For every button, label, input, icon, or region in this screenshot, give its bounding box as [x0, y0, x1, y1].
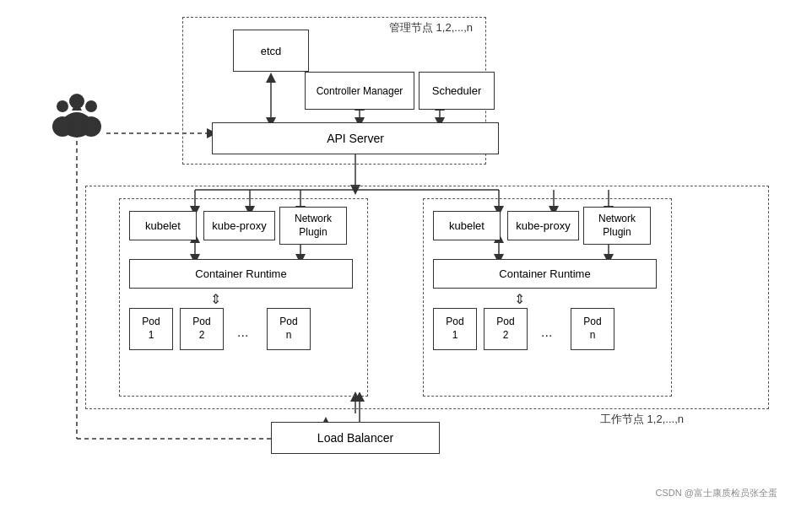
lb-up-arrow — [347, 392, 372, 422]
svg-point-26 — [52, 116, 73, 137]
etcd-box: etcd — [233, 30, 309, 72]
controller-manager-label: Controller Manager — [317, 85, 403, 97]
svg-point-28 — [81, 116, 101, 137]
controller-manager-box: Controller Manager — [305, 72, 414, 110]
api-server-box: API Server — [212, 122, 499, 154]
load-balancer-box: Load Balancer — [271, 422, 440, 454]
svg-point-25 — [57, 100, 68, 112]
worker-nodes-outer-box — [85, 186, 769, 409]
diagram-container: 管理节点 1,2,...,n etcd Controller Manager S… — [0, 0, 812, 529]
diagram-inner: 管理节点 1,2,...,n etcd Controller Manager S… — [26, 8, 786, 506]
scheduler-box: Scheduler — [419, 72, 495, 110]
worker-node-label: 工作节点 1,2,...,n — [600, 412, 684, 427]
watermark-text: CSDN @富士康质检员张全蛋 — [656, 487, 777, 499]
person-icon — [47, 93, 106, 143]
svg-point-27 — [85, 100, 97, 112]
mgmt-node-label: 管理节点 1,2,...,n — [389, 20, 473, 35]
svg-point-23 — [69, 94, 84, 109]
